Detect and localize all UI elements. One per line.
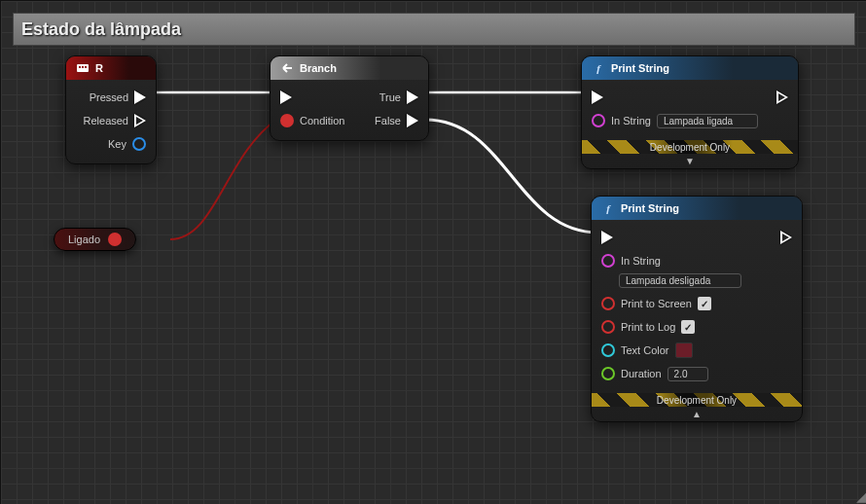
pin-false-label: False	[375, 115, 401, 126]
print-false-instring-input[interactable]	[619, 273, 741, 288]
pin-condition-data[interactable]	[280, 114, 294, 127]
resize-grip-icon: ◢	[856, 491, 863, 501]
node-print-true-header[interactable]: f Print String	[582, 56, 798, 80]
node-print-false-header[interactable]: f Print String	[592, 197, 802, 220]
pin-print-to-screen[interactable]	[601, 297, 615, 310]
node-key-r[interactable]: R Pressed Released Key	[65, 55, 157, 164]
variable-node-ligado[interactable]: Ligado	[54, 228, 136, 251]
comment-title-bar[interactable]: Estado da lâmpada	[13, 13, 855, 46]
print-false-instring-label: In String	[621, 255, 661, 267]
function-icon: f	[592, 61, 605, 75]
dev-only-strip-1: Development Only	[582, 140, 798, 154]
expand-chevron-1[interactable]: ▼	[582, 154, 798, 168]
branch-icon	[280, 61, 294, 75]
node-branch-title: Branch	[300, 62, 337, 74]
node-print-false[interactable]: f Print String In String Print to Screen…	[591, 196, 803, 422]
node-key-r-header[interactable]: R	[66, 56, 156, 80]
pin-false-exec[interactable]	[407, 114, 418, 127]
dev-only-strip-2: Development Only	[592, 393, 802, 407]
pin-condition-label: Condition	[300, 115, 344, 126]
pin-key-data[interactable]	[132, 137, 146, 151]
duration-input[interactable]	[668, 367, 708, 381]
variable-out-pin[interactable]	[108, 233, 122, 246]
function-icon-2: f	[601, 201, 615, 215]
svg-rect-1	[79, 66, 81, 68]
text-color-label: Text Color	[621, 344, 669, 356]
comment-title: Estado da lâmpada	[21, 19, 181, 40]
variable-label: Ligado	[68, 234, 100, 245]
node-branch[interactable]: Branch True Condition False	[270, 55, 429, 141]
duration-label: Duration	[621, 368, 662, 379]
node-print-true-title: Print String	[611, 62, 669, 74]
dev-only-text-2: Development Only	[657, 395, 737, 406]
pin-pressed-exec[interactable]	[134, 90, 146, 104]
print-false-exec-in[interactable]	[601, 231, 613, 244]
collapse-chevron-2[interactable]: ▲	[592, 407, 802, 421]
node-print-false-title: Print String	[621, 202, 679, 214]
print-to-log-label: Print to Log	[621, 321, 675, 333]
pin-true-label: True	[379, 91, 401, 103]
print-false-instring-pin[interactable]	[601, 254, 615, 268]
pin-print-to-log[interactable]	[601, 320, 615, 334]
node-branch-header[interactable]: Branch	[271, 56, 428, 80]
pin-released-exec[interactable]	[134, 114, 146, 127]
print-true-exec-out[interactable]	[776, 90, 788, 104]
key-event-icon	[76, 61, 90, 75]
dev-only-text-1: Development Only	[650, 142, 730, 153]
print-to-screen-label: Print to Screen	[621, 298, 692, 309]
print-true-instring-label: In String	[611, 115, 651, 126]
node-print-true[interactable]: f Print String In String Development Onl…	[581, 55, 799, 169]
pin-text-color[interactable]	[601, 343, 615, 357]
svg-rect-2	[82, 66, 84, 68]
print-to-screen-check[interactable]: ✓	[698, 297, 711, 310]
print-false-exec-out[interactable]	[780, 231, 792, 244]
svg-rect-3	[85, 66, 87, 68]
pin-pressed-label: Pressed	[90, 91, 128, 103]
print-true-instring-input[interactable]	[657, 114, 758, 128]
print-to-log-check[interactable]: ✓	[681, 320, 695, 334]
pin-true-exec[interactable]	[407, 90, 418, 104]
blueprint-canvas[interactable]: Estado da lâmpada R Pressed Released Key…	[0, 0, 866, 504]
pin-released-label: Released	[84, 115, 128, 126]
pin-key-label: Key	[108, 138, 126, 150]
print-true-instring-pin[interactable]	[592, 114, 605, 127]
pin-duration[interactable]	[601, 367, 615, 380]
print-true-exec-in[interactable]	[592, 90, 603, 104]
branch-exec-in[interactable]	[280, 90, 292, 104]
node-key-r-title: R	[95, 62, 103, 74]
text-color-swatch[interactable]	[675, 342, 693, 358]
